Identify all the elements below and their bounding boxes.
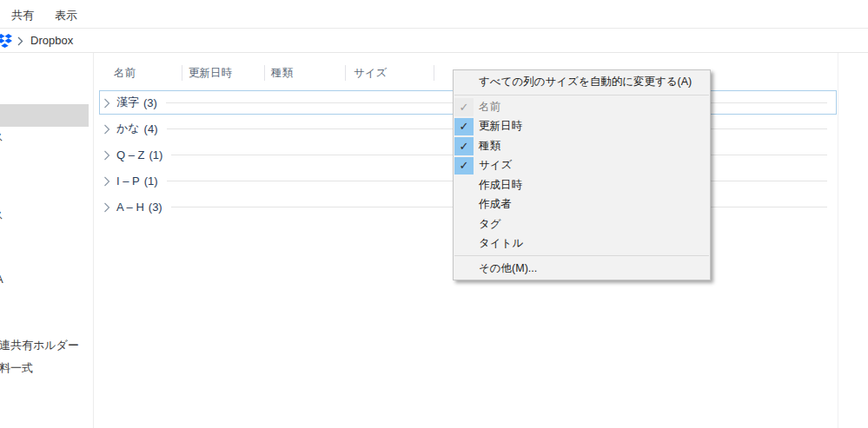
column-header-size[interactable]: サイズ	[346, 61, 434, 85]
group-count: (1)	[149, 148, 163, 161]
checkmark-icon: ✓	[454, 98, 474, 116]
checkmark-icon: ✓	[454, 157, 474, 175]
menu-item-size-column[interactable]: ✓ サイズ	[454, 156, 710, 176]
sidebar-item-4[interactable]: A	[0, 273, 3, 286]
checkmark-icon: ✓	[454, 118, 474, 136]
menu-item-date-modified-column[interactable]: ✓ 更新日時	[454, 117, 710, 137]
ribbon-bar: 共有 表示	[0, 0, 868, 29]
check-slot	[454, 215, 474, 234]
address-bar[interactable]: Dropbox	[0, 30, 868, 53]
group-label[interactable]: A – H	[116, 201, 144, 214]
group-count: (3)	[143, 96, 157, 109]
ribbon-tab-share[interactable]: 共有	[11, 8, 34, 23]
group-expand-chevron-icon[interactable]	[103, 124, 110, 135]
column-header-context-menu: すべての列のサイズを自動的に変更する(A) ✓ 名前 ✓ 更新日時 ✓ 種類 ✓…	[453, 69, 711, 280]
group-count: (1)	[144, 174, 158, 188]
menu-separator	[454, 255, 709, 256]
menu-item-autosize-columns[interactable]: すべての列のサイズを自動的に変更する(A)	[454, 71, 710, 93]
column-header-date-modified[interactable]: 更新日時	[182, 61, 265, 85]
breadcrumb-location[interactable]: Dropbox	[30, 34, 73, 47]
menu-item-tags-column[interactable]: タグ	[454, 214, 710, 234]
group-label[interactable]: Q – Z	[116, 148, 145, 161]
group-label[interactable]: 漢字	[116, 95, 139, 110]
dropbox-icon[interactable]	[0, 34, 12, 48]
explorer-window: 共有 表示 Dropbox ス ス A 連共有ホルダー 料一式 名前	[0, 0, 868, 428]
list-right-edge-line	[838, 53, 838, 428]
sidebar-item-3[interactable]: ス	[0, 207, 3, 223]
ribbon-tab-view[interactable]: 表示	[55, 8, 77, 23]
menu-item-more-columns[interactable]: その他(M)...	[454, 258, 710, 279]
menu-item-date-created-column[interactable]: 作成日時	[454, 175, 710, 195]
menu-item-type-column[interactable]: ✓ 種類	[454, 136, 710, 156]
sidebar-item-6[interactable]: 料一式	[0, 360, 33, 376]
menu-item-title-column[interactable]: タイトル	[454, 234, 710, 254]
menu-item-authors-column[interactable]: 作成者	[454, 195, 710, 215]
column-header-type[interactable]: 種類	[265, 61, 346, 85]
sidebar-item-selected[interactable]	[0, 104, 89, 127]
group-count: (3)	[149, 201, 162, 214]
group-count: (4)	[144, 122, 158, 135]
group-label[interactable]: かな	[116, 121, 140, 136]
group-expand-chevron-icon[interactable]	[103, 98, 110, 109]
group-expand-chevron-icon[interactable]	[103, 150, 110, 161]
menu-item-name-column: ✓ 名前	[454, 97, 710, 117]
breadcrumb-chevron-icon[interactable]	[17, 36, 23, 46]
sidebar-item-1[interactable]: ス	[0, 129, 3, 145]
sidebar-item-5[interactable]: 連共有ホルダー	[0, 338, 79, 353]
check-slot	[454, 235, 474, 254]
column-header-name[interactable]: 名前	[95, 61, 182, 85]
column-header-row: 名前 更新日時 種類 サイズ	[95, 61, 434, 85]
navigation-pane: ス ス A 連共有ホルダー 料一式	[0, 53, 94, 428]
check-slot	[454, 176, 474, 194]
checkmark-icon: ✓	[454, 137, 474, 155]
menu-separator	[454, 95, 709, 95]
group-label[interactable]: I – P	[116, 174, 140, 188]
check-slot	[454, 196, 474, 214]
group-expand-chevron-icon[interactable]	[103, 202, 110, 213]
group-expand-chevron-icon[interactable]	[103, 176, 110, 187]
